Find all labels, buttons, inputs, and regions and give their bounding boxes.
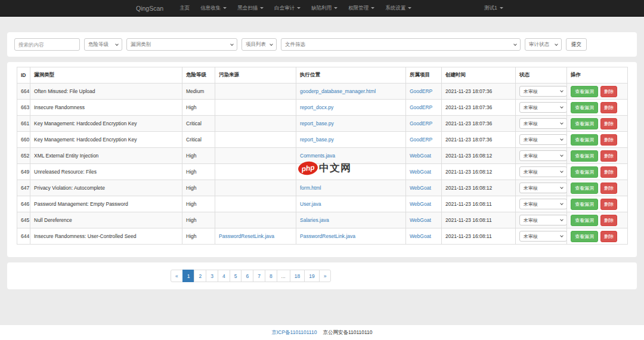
cell-location-link[interactable]: gooderp_database_manager.html: [300, 88, 376, 94]
cell-location-link[interactable]: report_base.py: [300, 120, 334, 126]
severity-select[interactable]: 危险等级: [84, 38, 122, 51]
submit-button[interactable]: 提交: [566, 38, 587, 51]
nav-item[interactable]: 系统设置: [380, 0, 417, 16]
delete-button[interactable]: 删除: [600, 134, 617, 146]
page-link[interactable]: 19: [304, 270, 319, 282]
view-vuln-button[interactable]: 查看漏洞: [571, 231, 598, 242]
cell-project-link[interactable]: WebGoat: [410, 217, 431, 223]
prev-page-button[interactable]: «: [171, 270, 183, 282]
page-link[interactable]: 2: [194, 270, 206, 282]
cell-severity: High: [182, 212, 215, 228]
cell-project-link[interactable]: WebGoat: [410, 233, 431, 239]
chevron-down-icon: [560, 89, 564, 92]
view-vuln-button[interactable]: 查看漏洞: [571, 215, 598, 226]
page-link[interactable]: 4: [218, 270, 230, 282]
audit-status-select[interactable]: 审计状态: [525, 38, 562, 51]
chevron-down-icon: [560, 202, 564, 205]
nav-item[interactable]: 缺陷利用: [306, 0, 343, 16]
cell-location-link[interactable]: report_docx.py: [300, 104, 333, 110]
delete-button[interactable]: 删除: [600, 102, 617, 113]
cell-project-link[interactable]: WebGoat: [410, 201, 431, 207]
page-link[interactable]: 7: [253, 270, 265, 282]
vuln-category-select[interactable]: 漏洞类别: [126, 38, 237, 51]
cell-project-link[interactable]: GoodERP: [410, 88, 432, 94]
page-link[interactable]: 1: [182, 270, 195, 282]
view-vuln-button[interactable]: 查看漏洞: [571, 166, 598, 178]
nav-item[interactable]: 白盒审计: [269, 0, 306, 16]
cell-location-link[interactable]: User.java: [300, 201, 321, 207]
cell-location-link[interactable]: form.html: [300, 185, 321, 191]
cell-location-link[interactable]: PasswordResetLink.java: [300, 233, 355, 239]
cell-type: Password Management: Empty Password: [30, 196, 182, 212]
status-select[interactable]: 未审核: [519, 231, 567, 242]
cell-project-link[interactable]: GoodERP: [410, 120, 432, 126]
user-menu[interactable]: 测试1: [484, 0, 503, 16]
nav-item[interactable]: 权限管理: [343, 0, 380, 16]
pagination-item: 1: [183, 270, 195, 282]
cell-project-link[interactable]: WebGoat: [410, 169, 431, 175]
delete-button[interactable]: 删除: [600, 199, 617, 210]
nav-item[interactable]: 信息收集: [195, 0, 232, 16]
delete-button[interactable]: 删除: [600, 118, 617, 129]
status-select[interactable]: 未审核: [519, 102, 567, 113]
page-link[interactable]: 3: [206, 270, 218, 282]
view-vuln-button[interactable]: 查看漏洞: [571, 183, 598, 194]
view-vuln-button[interactable]: 查看漏洞: [571, 150, 598, 162]
cell-project-link[interactable]: WebGoat: [410, 153, 431, 159]
chevron-down-icon: [560, 153, 564, 157]
view-vuln-button[interactable]: 查看漏洞: [571, 134, 598, 146]
table-row: 646Password Management: Empty PasswordHi…: [17, 196, 628, 212]
table-row: 649Unreleased Resource: FilesHighWebGoat…: [17, 164, 628, 180]
file-filter-select[interactable]: 文件筛选: [281, 38, 521, 51]
page-link[interactable]: 5: [230, 270, 242, 282]
delete-button[interactable]: 删除: [600, 150, 617, 162]
brand-logo[interactable]: QingScan: [136, 5, 169, 12]
icp-link[interactable]: 京ICP备1101101110: [271, 329, 317, 336]
cell-project-link[interactable]: WebGoat: [410, 185, 431, 191]
next-page-button[interactable]: »: [319, 270, 332, 282]
cell-source: [215, 84, 296, 100]
delete-button[interactable]: 删除: [600, 183, 617, 194]
caret-down-icon: [334, 7, 338, 9]
status-select-value: 未审核: [524, 201, 538, 208]
cell-status: 未审核: [516, 100, 567, 116]
search-input[interactable]: [14, 38, 80, 51]
page-link[interactable]: 8: [265, 270, 277, 282]
view-vuln-button[interactable]: 查看漏洞: [571, 86, 598, 97]
cell-location-link[interactable]: Salaries.java: [300, 217, 329, 223]
view-vuln-button[interactable]: 查看漏洞: [571, 118, 598, 129]
cell-project: GoodERP: [406, 100, 442, 116]
delete-button[interactable]: 删除: [600, 215, 617, 226]
delete-button[interactable]: 删除: [600, 166, 617, 178]
nav-item[interactable]: 主页: [174, 0, 195, 16]
status-select[interactable]: 未审核: [519, 166, 567, 177]
project-select[interactable]: 项目列表: [242, 38, 277, 51]
cell-location-link[interactable]: report_base.py: [300, 137, 334, 143]
status-select[interactable]: 未审核: [519, 134, 567, 145]
status-select[interactable]: 未审核: [519, 118, 567, 129]
page-link[interactable]: 18: [290, 270, 305, 282]
cell-location: User.java: [296, 196, 406, 212]
delete-button[interactable]: 删除: [600, 231, 617, 242]
view-vuln-button[interactable]: 查看漏洞: [571, 102, 598, 113]
pagination-item: 3: [206, 270, 218, 282]
cell-location: Comments.java: [296, 148, 406, 164]
cell-source-link[interactable]: PasswordResetLink.java: [219, 233, 274, 239]
chevron-down-icon: [560, 137, 564, 141]
cell-project-link[interactable]: GoodERP: [410, 137, 432, 143]
cell-severity: High: [182, 164, 215, 180]
cell-location: report_base.py: [296, 116, 406, 132]
status-select[interactable]: 未审核: [519, 183, 567, 193]
cell-actions: 查看漏洞删除: [567, 180, 628, 196]
cell-project-link[interactable]: GoodERP: [410, 104, 432, 110]
nav-item[interactable]: 黑盒扫描: [232, 0, 269, 16]
col-header-type: 漏洞类型: [30, 67, 182, 84]
page-link[interactable]: 6: [241, 270, 253, 282]
status-select[interactable]: 未审核: [519, 199, 567, 209]
cell-location-link[interactable]: Comments.java: [300, 153, 335, 159]
delete-button[interactable]: 删除: [600, 86, 617, 97]
status-select[interactable]: 未审核: [519, 86, 567, 97]
status-select[interactable]: 未审核: [519, 215, 567, 225]
view-vuln-button[interactable]: 查看漏洞: [571, 199, 598, 210]
status-select[interactable]: 未审核: [519, 150, 567, 161]
